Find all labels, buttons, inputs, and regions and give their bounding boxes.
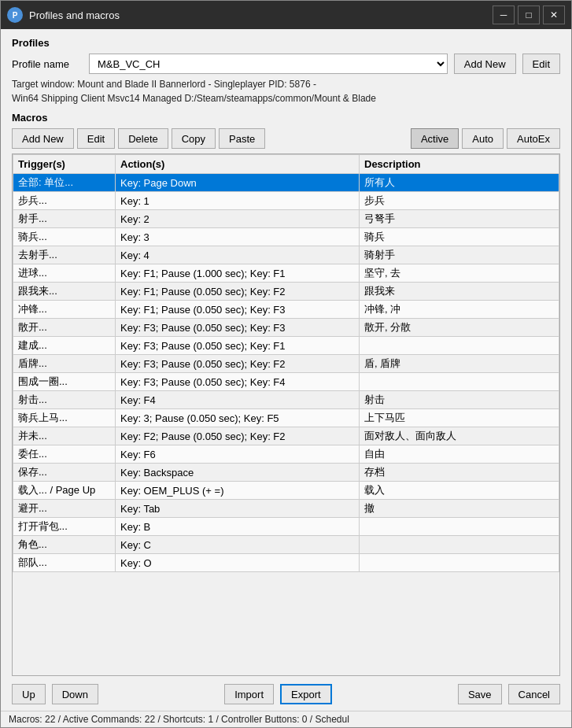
paste-macro-button[interactable]: Paste: [219, 128, 265, 149]
profiles-section: Profiles Profile name M&B_VC_CH Add New …: [12, 37, 560, 105]
cell-description: 撤: [360, 500, 559, 518]
cell-trigger: 冲锋...: [13, 301, 116, 319]
auto-button[interactable]: Auto: [462, 128, 504, 149]
cell-description: 弓弩手: [360, 210, 559, 228]
table-row[interactable]: 建成...Key: F3; Pause (0.050 sec); Key: F1: [13, 337, 559, 355]
delete-macro-button[interactable]: Delete: [118, 128, 168, 149]
cell-action: Key: F3; Pause (0.050 sec); Key: F4: [116, 373, 360, 391]
cell-description: 跟我来: [360, 283, 559, 301]
cell-trigger: 散开...: [13, 319, 116, 337]
cell-description: 载入: [360, 482, 559, 500]
cell-trigger: 保存...: [13, 464, 116, 482]
cell-action: Key: O: [116, 554, 360, 572]
table-row[interactable]: 骑兵...Key: 3骑兵: [13, 228, 559, 246]
minimize-button[interactable]: ─: [493, 6, 515, 24]
cell-trigger: 委任...: [13, 445, 116, 464]
table-row[interactable]: 并未...Key: F2; Pause (0.050 sec); Key: F2…: [13, 427, 559, 445]
table-row[interactable]: 避开...Key: Tab撤: [13, 500, 559, 518]
import-button[interactable]: Import: [224, 684, 274, 704]
app-icon: P: [7, 7, 23, 23]
cell-action: Key: F3; Pause (0.050 sec); Key: F3: [116, 319, 360, 337]
copy-macro-button[interactable]: Copy: [172, 128, 216, 149]
table-row[interactable]: 打开背包...Key: B: [13, 518, 559, 536]
cell-description: 坚守, 去: [360, 264, 559, 283]
table-row[interactable]: 围成一圈...Key: F3; Pause (0.050 sec); Key: …: [13, 373, 559, 391]
export-button[interactable]: Export: [280, 684, 332, 704]
edit-macro-button[interactable]: Edit: [77, 128, 115, 149]
cancel-button[interactable]: Cancel: [508, 684, 560, 704]
cell-trigger: 骑兵上马...: [13, 409, 116, 427]
table-row[interactable]: 保存...Key: Backspace存档: [13, 464, 559, 482]
cell-action: Key: 2: [116, 210, 360, 228]
table-row[interactable]: 冲锋...Key: F1; Pause (0.050 sec); Key: F3…: [13, 301, 559, 319]
macros-table: Trigger(s) Action(s) Description 全部: 单位.…: [13, 154, 559, 572]
table-row[interactable]: 载入... / Page UpKey: OEM_PLUS (+ =)载入: [13, 482, 559, 500]
status-text: Macros: 22 / Active Commands: 22 / Short…: [9, 714, 349, 725]
cell-action: Key: F1; Pause (0.050 sec); Key: F3: [116, 301, 360, 319]
save-button[interactable]: Save: [458, 684, 502, 704]
cell-description: [360, 373, 559, 391]
profile-select[interactable]: M&B_VC_CH: [89, 54, 448, 74]
macros-table-container[interactable]: Trigger(s) Action(s) Description 全部: 单位.…: [12, 153, 560, 676]
cell-description: [360, 337, 559, 355]
header-action: Action(s): [116, 155, 360, 174]
cell-action: Key: F6: [116, 445, 360, 464]
maximize-button[interactable]: □: [518, 6, 540, 24]
cell-description: [360, 518, 559, 536]
cell-description: 所有人: [360, 174, 559, 192]
up-button[interactable]: Up: [12, 684, 46, 704]
cell-trigger: 全部: 单位...: [13, 174, 116, 192]
cell-action: Key: B: [116, 518, 360, 536]
autoex-button[interactable]: AutoEx: [507, 128, 560, 149]
cell-description: 散开, 分散: [360, 319, 559, 337]
table-row[interactable]: 跟我来...Key: F1; Pause (0.050 sec); Key: F…: [13, 283, 559, 301]
add-new-profile-button[interactable]: Add New: [454, 54, 516, 74]
cell-action: Key: 3: [116, 228, 360, 246]
active-button[interactable]: Active: [411, 128, 459, 149]
profile-name-label: Profile name: [12, 58, 83, 70]
cell-trigger: 角色...: [13, 536, 116, 554]
table-row[interactable]: 射手...Key: 2弓弩手: [13, 210, 559, 228]
table-row[interactable]: 全部: 单位...Key: Page Down所有人: [13, 174, 559, 192]
table-row[interactable]: 步兵...Key: 1步兵: [13, 192, 559, 210]
add-new-macro-button[interactable]: Add New: [12, 128, 74, 149]
table-row[interactable]: 骑兵上马...Key: 3; Pause (0.050 sec); Key: F…: [13, 409, 559, 427]
close-button[interactable]: ✕: [543, 6, 565, 24]
cell-trigger: 骑兵...: [13, 228, 116, 246]
table-row[interactable]: 去射手...Key: 4骑射手: [13, 246, 559, 264]
edit-profile-button[interactable]: Edit: [522, 54, 560, 74]
cell-description: 步兵: [360, 192, 559, 210]
down-button[interactable]: Down: [52, 684, 98, 704]
header-trigger: Trigger(s): [13, 155, 116, 174]
cell-description: 骑射手: [360, 246, 559, 264]
table-header-row: Trigger(s) Action(s) Description: [13, 155, 559, 174]
bottom-toolbar: Up Down Import Export Save Cancel: [1, 684, 571, 711]
cell-action: Key: F1; Pause (1.000 sec); Key: F1: [116, 264, 360, 283]
cell-trigger: 打开背包...: [13, 518, 116, 536]
cell-action: Key: F2; Pause (0.050 sec); Key: F2: [116, 427, 360, 445]
profile-select-wrapper[interactable]: M&B_VC_CH: [89, 54, 448, 74]
table-row[interactable]: 委任...Key: F6自由: [13, 445, 559, 464]
main-content: Profiles Profile name M&B_VC_CH Add New …: [1, 29, 571, 684]
cell-description: 面对敌人、面向敌人: [360, 427, 559, 445]
cell-action: Key: F3; Pause (0.050 sec); Key: F2: [116, 355, 360, 373]
cell-trigger: 围成一圈...: [13, 373, 116, 391]
cell-description: 射击: [360, 391, 559, 409]
table-row[interactable]: 射击...Key: F4射击: [13, 391, 559, 409]
cell-description: 自由: [360, 445, 559, 464]
cell-action: Key: 4: [116, 246, 360, 264]
cell-trigger: 盾牌...: [13, 355, 116, 373]
cell-action: Key: F3; Pause (0.050 sec); Key: F1: [116, 337, 360, 355]
table-row[interactable]: 角色...Key: C: [13, 536, 559, 554]
cell-action: Key: F4: [116, 391, 360, 409]
cell-description: 骑兵: [360, 228, 559, 246]
cell-action: Key: OEM_PLUS (+ =): [116, 482, 360, 500]
table-row[interactable]: 部队...Key: O: [13, 554, 559, 572]
table-row[interactable]: 散开...Key: F3; Pause (0.050 sec); Key: F3…: [13, 319, 559, 337]
table-row[interactable]: 进球...Key: F1; Pause (1.000 sec); Key: F1…: [13, 264, 559, 283]
profiles-label: Profiles: [12, 37, 560, 49]
cell-trigger: 进球...: [13, 264, 116, 283]
cell-trigger: 射击...: [13, 391, 116, 409]
table-row[interactable]: 盾牌...Key: F3; Pause (0.050 sec); Key: F2…: [13, 355, 559, 373]
cell-action: Key: Page Down: [116, 174, 360, 192]
